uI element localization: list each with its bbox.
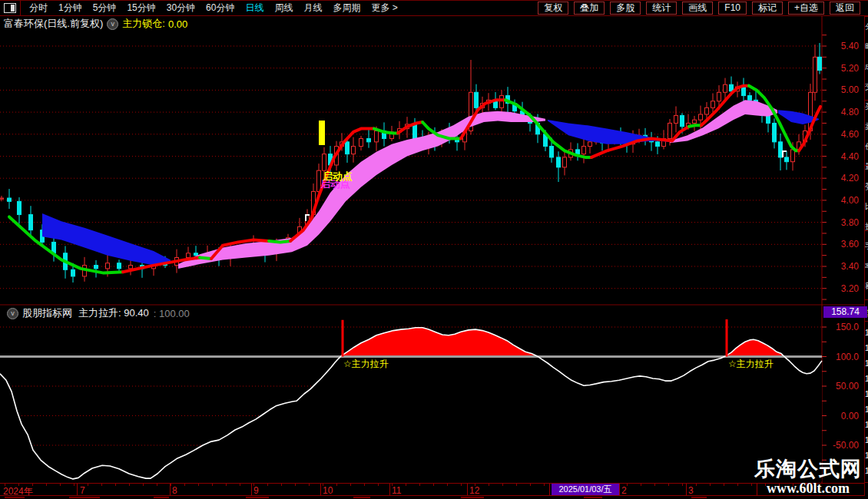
period-tab-分时[interactable]: 分时	[29, 2, 48, 15]
indicator-label: 主力锁仓:	[122, 17, 165, 31]
price-axis-label: 3.40	[827, 261, 859, 272]
chevron-down-icon[interactable]: v	[107, 18, 118, 30]
date-axis-label: 7	[80, 485, 85, 496]
sidebar-glyph-fragment: 时	[865, 41, 868, 52]
toolbar-button-复权[interactable]: 复权	[538, 2, 568, 15]
sidebar-glyph-fragment: 量	[865, 161, 868, 172]
value-axis-label: 0.00	[827, 411, 859, 421]
tdx-app-window: { "toolbar": { "period_tabs": [ {"label"…	[0, 0, 868, 499]
date-axis-label: 11	[392, 485, 401, 496]
watermark-site-name: 乐淘公式网	[754, 458, 862, 481]
date-axis-label: 10	[323, 485, 333, 496]
price-axis-label: 5.20	[827, 63, 859, 74]
sidebar-glyph-fragment: 交	[865, 81, 868, 92]
price-axis-label: 5.00	[827, 84, 859, 95]
watermark: 乐淘公式网 www.60lt.com	[754, 458, 862, 496]
price-axis-label: 4.60	[827, 129, 859, 140]
toolbar-button-+自选[interactable]: +自选	[788, 2, 824, 15]
sidebar-glyph-fragment: 卖	[865, 121, 868, 132]
period-tab-15分钟[interactable]: 15分钟	[127, 2, 155, 15]
period-tab-日线[interactable]: 日线	[245, 2, 263, 15]
value-axis-label: 50.00	[827, 381, 859, 392]
period-tab-月线[interactable]: 月线	[303, 2, 322, 15]
indicator-source: 股朋指标网	[22, 306, 72, 320]
price-axis-label: 4.20	[827, 173, 859, 183]
stock-title: 富春环保(日线.前复权)	[4, 17, 103, 31]
selected-date-badge: 2025/01/03/五	[552, 484, 619, 495]
signal-label: ☆主力拉升	[343, 358, 389, 371]
toolbar-button-返回[interactable]: 返回	[830, 2, 860, 15]
sidebar-glyph-fragment: 1	[865, 359, 868, 368]
top-toolbar: 分时1分钟5分钟15分钟30分钟60分钟日线周线月线多周期更多 > 复权叠加多股…	[0, 0, 868, 16]
sidebar-glyph-fragment: 比	[865, 201, 868, 212]
toolbar-button-统计[interactable]: 统计	[646, 2, 677, 15]
value-axis-label: 150.0	[827, 322, 859, 332]
watermark-url: www.60lt.com	[754, 481, 862, 496]
signal-label: ☆主力拉升	[728, 358, 774, 371]
sidebar-glyph-fragment: 成	[865, 61, 868, 72]
period-tab-5分钟[interactable]: 5分钟	[93, 2, 117, 15]
period-tabs: 分时1分钟5分钟15分钟30分钟60分钟日线周线月线多周期更多 >	[24, 2, 403, 15]
sidebar-glyph-fragment: 分	[865, 21, 868, 32]
sidebar-glyph-fragment: 价	[865, 141, 868, 152]
toolbar-button-画线[interactable]: 画线	[682, 2, 713, 15]
title-bar: 富春环保(日线.前复权) v 主力锁仓: 0.00	[4, 18, 187, 30]
sidebar-glyph-fragment: 1	[865, 375, 868, 383]
sidebar-glyph-fragment: 1	[865, 451, 868, 460]
date-axis: 2024年78910111223	[0, 483, 864, 496]
sidebar-glyph-fragment: 手	[865, 241, 868, 252]
sidebar-glyph-fragment: 1	[865, 405, 868, 414]
chart-canvas[interactable]	[0, 0, 868, 499]
current-value-badge: 158.74	[823, 306, 867, 318]
sidebar-glyph-fragment: 1	[865, 344, 868, 352]
sidebar-glyph-fragment: 1	[865, 436, 868, 444]
sidebar-glyph-fragment: 委	[865, 181, 868, 192]
right-sidebar-clipped[interactable]: 分时成交买卖价量委比换手率额自1111111111	[864, 0, 868, 499]
period-tab-周线[interactable]: 周线	[274, 2, 293, 15]
sidebar-glyph-fragment: 1	[865, 329, 868, 337]
price-axis-label: 4.80	[827, 107, 859, 117]
date-axis-label: 2	[621, 485, 627, 496]
sidebar-glyph-fragment: 1	[865, 390, 868, 398]
bottom-toolbar-clipped	[0, 496, 868, 499]
period-tab-多周期[interactable]: 多周期	[333, 2, 360, 15]
sidebar-glyph-fragment: 1	[865, 421, 868, 429]
price-axis-label: 5.40	[827, 41, 859, 51]
sidebar-glyph-fragment: 额	[865, 281, 868, 292]
toolbar-button-标记[interactable]: 标记	[752, 2, 783, 15]
price-axis-label: 3.60	[827, 239, 859, 250]
toolbar-button-多股[interactable]: 多股	[610, 2, 641, 15]
price-axis-label: 4.40	[827, 151, 859, 162]
price-axis-label: 3.20	[827, 283, 859, 294]
value-axis-label: -50.00	[827, 440, 859, 451]
chevron-down-icon[interactable]: v	[7, 308, 18, 319]
period-tab-60分钟[interactable]: 60分钟	[206, 2, 234, 15]
layout-toggle-button[interactable]	[0, 1, 21, 15]
sub-indicator-threshold: : 100.00	[154, 308, 190, 319]
sub-indicator-value: 主力拉升: 90.40	[78, 306, 149, 320]
period-tab-更多 >[interactable]: 更多 >	[371, 2, 397, 15]
value-axis-label: 100.0	[827, 352, 859, 362]
layout-icon	[4, 3, 16, 13]
period-tab-30分钟[interactable]: 30分钟	[167, 2, 195, 15]
toolbar-right-buttons: 复权叠加多股统计画线F10标记+自选返回	[532, 2, 860, 15]
date-axis-label: 12	[469, 485, 479, 496]
price-axis-label: 4.00	[827, 195, 859, 206]
sub-panel-header: v 股朋指标网 主力拉升: 90.40 : 100.00	[3, 307, 190, 319]
sidebar-glyph-fragment: 率	[865, 261, 868, 272]
period-tab-1分钟[interactable]: 1分钟	[58, 2, 82, 15]
date-axis-label: 3	[688, 485, 694, 496]
qidongdian-label-yellow: 启动点	[323, 170, 353, 183]
date-axis-label: 8	[172, 485, 177, 496]
date-axis-label: 9	[253, 485, 259, 496]
toolbar-button-叠加[interactable]: 叠加	[574, 2, 605, 15]
indicator-value: 0.00	[168, 18, 187, 30]
sidebar-glyph-fragment: 1	[865, 467, 868, 475]
toolbar-button-F10[interactable]: F10	[718, 2, 747, 15]
price-axis-label: 3.80	[827, 217, 859, 228]
sidebar-glyph-fragment: 买	[865, 101, 868, 112]
